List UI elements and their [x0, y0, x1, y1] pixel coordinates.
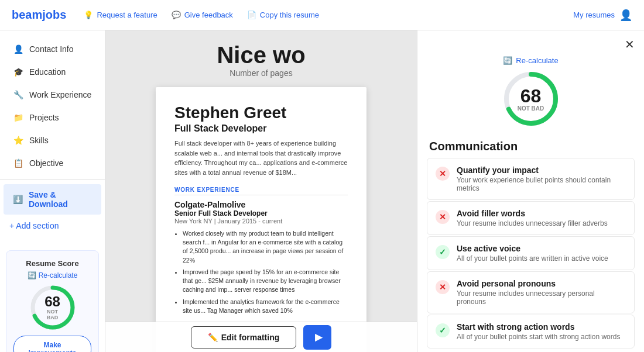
score-title: Resume Score	[13, 259, 91, 268]
action-blue-button[interactable]: ▶	[303, 325, 331, 350]
resume-bullet-2: Improved the page speed by 15% for an e-…	[183, 268, 348, 295]
comm-item-pronouns: ✕ Avoid personal pronouns Your resume in…	[427, 271, 635, 313]
edit-formatting-button[interactable]: ✏️ Edit formatting	[191, 326, 297, 348]
pass-icon-4: ✓	[436, 323, 450, 337]
pencil-icon: ✏️	[208, 333, 218, 342]
resume-candidate-title: Full Stack Developer	[174, 123, 348, 134]
sidebar-item-save-download[interactable]: ⬇️ Save & Download	[4, 184, 101, 215]
work-icon: 🔧	[13, 89, 23, 100]
sidebar-score-circle: 68 NOT BAD	[29, 284, 76, 331]
fail-icon-0: ✕	[436, 167, 450, 181]
sidebar-score-number: 68 NOT BAD	[41, 295, 64, 320]
sidebar-nav: 👤 Contact Info 🎓 Education 🔧 Work Experi…	[0, 30, 105, 243]
logo-beam: beam	[12, 8, 42, 21]
sidebar-recalc-button[interactable]: 🔄 Re-calculate	[13, 271, 91, 279]
panel-score-row: 🔄 Re-calculate 68 NOT BAD	[417, 51, 644, 133]
download-icon: ⬇️	[13, 194, 23, 205]
header-actions: 💡 Request a feature 💬 Give feedback 📄 Co…	[84, 11, 573, 19]
skills-icon: ⭐	[13, 135, 23, 146]
logo-jobs: jobs	[42, 8, 66, 21]
resume-section-label: WORK EXPERIENCE	[174, 187, 348, 195]
communication-items: ✕ Quantify your impact Your work experie…	[417, 158, 644, 352]
copy-resume-link[interactable]: 📄 Copy this resume	[247, 11, 319, 19]
contact-icon: 👤	[13, 44, 23, 54]
panel-close-row: ✕	[417, 30, 644, 51]
resume-preview: Nice wo Number of pages Stephen Greet Fu…	[105, 30, 417, 352]
projects-icon: 📁	[13, 112, 23, 123]
sidebar: 👤 Contact Info 🎓 Education 🔧 Work Experi…	[0, 30, 105, 352]
copy-icon: 📄	[247, 11, 256, 19]
my-resumes-link[interactable]: My resumes 👤	[573, 9, 632, 22]
header: beamjobs 💡 Request a feature 💬 Give feed…	[0, 0, 644, 30]
resume-candidate-name: Stephen Greet	[174, 103, 348, 122]
request-feature-link[interactable]: 💡 Request a feature	[84, 11, 157, 19]
fail-icon-3: ✕	[436, 280, 450, 294]
sidebar-item-objective[interactable]: 📋 Objective	[4, 152, 101, 174]
resume-role: Senior Full Stack Developer	[174, 209, 348, 218]
communication-title: Communication	[417, 133, 644, 158]
comm-item-quantify: ✕ Quantify your impact Your work experie…	[427, 158, 635, 200]
resume-summary: Full stack developer with 8+ years of ex…	[174, 139, 348, 177]
user-icon: 👤	[619, 9, 632, 22]
add-section-button[interactable]: + Add section	[0, 215, 105, 236]
sidebar-item-education[interactable]: 🎓 Education	[4, 61, 101, 83]
sidebar-item-work-experience[interactable]: 🔧 Work Experience	[4, 84, 101, 106]
give-feedback-link[interactable]: 💬 Give feedback	[172, 11, 233, 19]
panel-recalc-button[interactable]: 🔄 Re-calculate	[503, 56, 558, 65]
nice-work-heading: Nice wo	[217, 42, 305, 68]
num-pages-label: Number of pages	[217, 68, 305, 78]
sidebar-item-skills[interactable]: ⭐ Skills	[4, 129, 101, 151]
refresh-icon-panel: 🔄	[503, 56, 512, 65]
fail-icon-1: ✕	[436, 210, 450, 224]
resume-bullet-1: Worked closely with my product team to b…	[183, 229, 348, 265]
sidebar-item-contact-info[interactable]: 👤 Contact Info	[4, 38, 101, 60]
communication-panel: ✕ 🔄 Re-calculate 68 NOT BAD Communicatio…	[417, 30, 644, 352]
my-resumes-label: My resumes	[573, 11, 615, 19]
comm-item-action-words: ✓ Start with strong action words All of …	[427, 315, 635, 348]
resume-score-box: Resume Score 🔄 Re-calculate 68 NOT BAD M…	[6, 250, 99, 352]
comm-item-active-voice: ✓ Use active voice All of your bullet po…	[427, 236, 635, 270]
resume-paper: Stephen Greet Full Stack Developer Full …	[156, 87, 366, 352]
arrow-icon: ▶	[315, 332, 322, 342]
resume-company: Colgate-Palmolive	[174, 200, 348, 209]
panel-score-circle: 68 NOT BAD	[502, 70, 560, 128]
resume-bullet-3: Implemented the analytics framework for …	[183, 298, 348, 315]
content-area: Nice wo Number of pages Stephen Greet Fu…	[105, 30, 417, 352]
objective-icon: 📋	[13, 158, 23, 168]
panel-score-number: 68 NOT BAD	[518, 87, 544, 112]
education-icon: 🎓	[13, 67, 23, 77]
refresh-icon: 🔄	[28, 271, 36, 279]
comm-text-2: Use active voice All of your bullet poin…	[457, 244, 608, 263]
logo: beamjobs	[12, 8, 66, 22]
comm-text-0: Quantify your impact Your work experienc…	[457, 165, 626, 192]
resume-header: Nice wo Number of pages	[217, 42, 305, 78]
panel-close-button[interactable]: ✕	[625, 37, 635, 51]
pass-icon-2: ✓	[436, 245, 450, 259]
sidebar-item-projects[interactable]: 📁 Projects	[4, 106, 101, 129]
chat-icon: 💬	[172, 11, 181, 19]
edit-formatting-bar: ✏️ Edit formatting ▶	[105, 322, 417, 352]
comm-text-4: Start with strong action words All of yo…	[457, 322, 620, 341]
comm-text-1: Avoid filler words Your resume includes …	[457, 209, 608, 227]
comm-text-3: Avoid personal pronouns Your resume incl…	[457, 279, 626, 306]
main-layout: 👤 Contact Info 🎓 Education 🔧 Work Experi…	[0, 30, 644, 352]
lightbulb-icon: 💡	[84, 11, 93, 19]
sidebar-divider	[0, 179, 105, 180]
make-improvements-button[interactable]: Make improvements	[13, 336, 91, 352]
comm-item-filler: ✕ Avoid filler words Your resume include…	[427, 201, 635, 235]
resume-location: New York NY | January 2015 - current	[174, 218, 348, 225]
resume-bullets: Worked closely with my product team to b…	[174, 229, 348, 315]
